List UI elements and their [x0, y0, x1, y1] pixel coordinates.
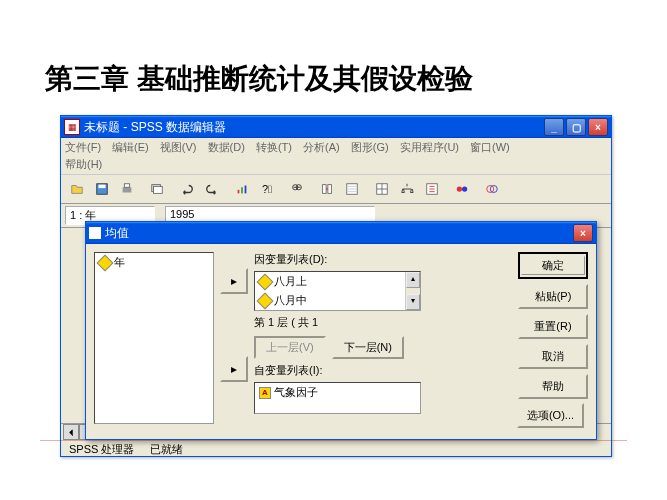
slide-title: 第三章 基础推断统计及其假设检验 — [45, 60, 473, 98]
svg-rect-8 — [245, 186, 247, 194]
dependent-list[interactable]: 八月上 八月中 ▴ ▾ — [254, 271, 421, 311]
minimize-button[interactable]: _ — [544, 118, 564, 136]
dependent-label: 因变量列表(D): — [254, 252, 506, 267]
dialog-title: 均值 — [105, 225, 573, 242]
svg-rect-3 — [124, 184, 129, 188]
scroll-down-icon[interactable]: ▾ — [406, 294, 420, 310]
independent-list[interactable]: A气象因子 — [254, 382, 421, 414]
svg-rect-2 — [123, 187, 132, 192]
dialog-icon — [89, 227, 101, 239]
menu-window[interactable]: 窗口(W) — [470, 141, 510, 153]
divider-line — [40, 440, 627, 441]
menu-view[interactable]: 视图(V) — [160, 141, 197, 153]
previous-layer-button: 上一层(V) — [254, 336, 326, 359]
svg-rect-6 — [238, 190, 240, 194]
app-icon: ▦ — [64, 119, 80, 135]
status-ready: 已就绪 — [150, 442, 183, 457]
find-icon[interactable] — [285, 178, 309, 200]
use-sets-icon[interactable] — [480, 178, 504, 200]
dialog-recall-icon[interactable] — [145, 178, 169, 200]
menu-data[interactable]: 数据(D) — [208, 141, 245, 153]
value-labels-icon[interactable] — [450, 178, 474, 200]
svg-point-16 — [457, 186, 462, 191]
menu-graphs[interactable]: 图形(G) — [351, 141, 389, 153]
scroll-up-icon[interactable]: ▴ — [406, 272, 420, 288]
goto-case-icon[interactable]: ?⃰ — [255, 178, 279, 200]
reset-button[interactable]: 重置(R) — [518, 314, 588, 339]
move-to-independent-button[interactable]: ▸ — [220, 356, 248, 382]
split-file-icon[interactable] — [370, 178, 394, 200]
scale-icon — [257, 292, 274, 309]
svg-rect-5 — [154, 186, 163, 193]
next-layer-button[interactable]: 下一层(N) — [332, 336, 404, 359]
svg-rect-1 — [99, 185, 106, 189]
toolbar: ?⃰ — [61, 175, 611, 204]
help-button[interactable]: 帮助 — [518, 374, 588, 399]
titlebar[interactable]: ▦ 未标题 - SPSS 数据编辑器 _ ▢ × — [61, 116, 611, 138]
print-icon[interactable] — [115, 178, 139, 200]
undo-icon[interactable] — [175, 178, 199, 200]
variables-icon[interactable] — [315, 178, 339, 200]
independent-label: 自变量列表(I): — [254, 363, 506, 378]
save-icon[interactable] — [90, 178, 114, 200]
dialog-titlebar[interactable]: 均值 × — [86, 222, 596, 244]
scale-icon — [257, 273, 274, 290]
means-dialog: 均值 × 年 ▸ ▸ 因变量列表(D): 八月上 八月中 ▴ ▾ — [85, 221, 597, 440]
dialog-close-button[interactable]: × — [573, 224, 593, 242]
source-variables-list[interactable]: 年 — [94, 252, 214, 424]
tab-nav-first[interactable]: ⏴ — [63, 424, 79, 440]
status-processor: SPSS 处理器 — [69, 442, 134, 457]
svg-point-17 — [462, 186, 467, 191]
menu-edit[interactable]: 编辑(E) — [112, 141, 149, 153]
maximize-button[interactable]: ▢ — [566, 118, 586, 136]
list-item[interactable]: 八月上 — [255, 272, 420, 291]
menu-file[interactable]: 文件(F) — [65, 141, 101, 153]
select-cases-icon[interactable] — [420, 178, 444, 200]
options-button[interactable]: 选项(O)... — [517, 403, 584, 428]
paste-button[interactable]: 粘贴(P) — [518, 284, 588, 309]
list-item[interactable]: A气象因子 — [255, 383, 420, 402]
scrollbar[interactable]: ▴ ▾ — [405, 272, 420, 310]
layer-label: 第 1 层 ( 共 1 — [254, 315, 506, 330]
menu-help[interactable]: 帮助(H) — [65, 158, 102, 170]
svg-rect-11 — [323, 185, 327, 194]
svg-rect-7 — [241, 187, 243, 193]
menu-transform[interactable]: 转换(T) — [256, 141, 292, 153]
close-button[interactable]: × — [588, 118, 608, 136]
menu-utilities[interactable]: 实用程序(U) — [400, 141, 459, 153]
weight-cases-icon[interactable] — [395, 178, 419, 200]
redo-icon[interactable] — [200, 178, 224, 200]
window-title: 未标题 - SPSS 数据编辑器 — [84, 119, 544, 136]
cancel-button[interactable]: 取消 — [518, 344, 588, 369]
goto-chart-icon[interactable] — [230, 178, 254, 200]
svg-rect-12 — [328, 185, 332, 194]
list-item[interactable]: 八月中 — [255, 291, 420, 310]
scale-icon — [97, 254, 114, 271]
ok-button[interactable]: 确定 — [518, 252, 588, 279]
open-icon[interactable] — [65, 178, 89, 200]
nominal-icon: A — [259, 387, 271, 399]
list-item[interactable]: 年 — [95, 253, 213, 272]
menubar: 文件(F) 编辑(E) 视图(V) 数据(D) 转换(T) 分析(A) 图形(G… — [61, 138, 611, 175]
move-to-dependent-button[interactable]: ▸ — [220, 268, 248, 294]
insert-case-icon[interactable] — [340, 178, 364, 200]
menu-analyze[interactable]: 分析(A) — [303, 141, 340, 153]
